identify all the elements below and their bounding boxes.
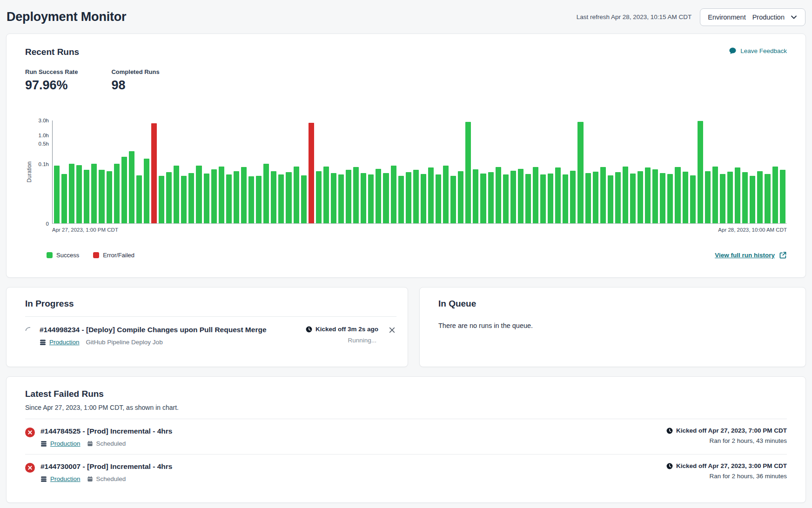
run-bar[interactable]: [204, 174, 209, 223]
run-bar[interactable]: [533, 167, 538, 223]
run-bar[interactable]: [563, 174, 568, 223]
run-bar[interactable]: [406, 172, 411, 223]
run-bar[interactable]: [757, 171, 763, 223]
run-bar[interactable]: [398, 176, 404, 223]
run-bar[interactable]: [346, 170, 351, 223]
run-bar[interactable]: [555, 167, 561, 223]
run-bar[interactable]: [338, 174, 344, 223]
run-bar[interactable]: [652, 169, 658, 223]
run-bar[interactable]: [391, 166, 396, 223]
run-bar[interactable]: [174, 166, 179, 223]
environment-link[interactable]: Production: [50, 440, 81, 447]
run-bar[interactable]: [615, 172, 621, 223]
run-bar[interactable]: [630, 174, 636, 223]
run-bar[interactable]: [323, 167, 329, 223]
run-bar[interactable]: [263, 164, 269, 223]
run-bar[interactable]: [465, 122, 471, 223]
run-bar[interactable]: [316, 171, 322, 223]
run-bar[interactable]: [159, 176, 164, 223]
run-bar[interactable]: [428, 167, 434, 223]
run-bar[interactable]: [84, 170, 89, 223]
run-bar[interactable]: [698, 121, 703, 223]
run-bar[interactable]: [780, 170, 785, 223]
run-bar[interactable]: [436, 174, 441, 223]
run-bar[interactable]: [91, 164, 97, 223]
run-bar[interactable]: [503, 174, 509, 223]
run-bar[interactable]: [712, 167, 718, 223]
run-bar[interactable]: [234, 171, 239, 223]
run-bar[interactable]: [211, 169, 217, 223]
run-bar[interactable]: [136, 175, 142, 223]
run-bar[interactable]: [294, 167, 299, 223]
run-bar[interactable]: [301, 175, 307, 223]
run-bar[interactable]: [151, 123, 157, 223]
run-bar[interactable]: [727, 172, 733, 223]
run-bar[interactable]: [540, 174, 546, 223]
run-bar[interactable]: [413, 170, 419, 223]
run-bar[interactable]: [623, 167, 628, 223]
run-bar[interactable]: [510, 171, 516, 223]
run-bar[interactable]: [593, 172, 598, 223]
run-bar[interactable]: [121, 157, 127, 223]
run-bar[interactable]: [577, 122, 583, 223]
run-bar[interactable]: [107, 171, 112, 223]
run-bar[interactable]: [765, 174, 770, 223]
run-bar[interactable]: [256, 176, 262, 223]
view-full-run-history-link[interactable]: View full run history: [715, 251, 787, 259]
run-bar[interactable]: [600, 167, 606, 223]
run-bar[interactable]: [361, 173, 366, 223]
run-bar[interactable]: [286, 172, 291, 223]
run-bar[interactable]: [196, 166, 201, 223]
run-bar[interactable]: [331, 173, 336, 223]
run-bar[interactable]: [488, 172, 494, 223]
run-bar[interactable]: [667, 174, 673, 223]
run-bar[interactable]: [458, 171, 463, 223]
run-bar[interactable]: [129, 151, 134, 223]
run-bar[interactable]: [248, 176, 254, 223]
run-bar[interactable]: [219, 167, 224, 223]
run-bar[interactable]: [496, 167, 501, 223]
run-bar[interactable]: [548, 174, 553, 223]
run-bar[interactable]: [772, 167, 778, 223]
run-bar[interactable]: [76, 165, 82, 223]
run-bar[interactable]: [473, 169, 478, 223]
environment-link[interactable]: Production: [49, 339, 80, 346]
run-bar[interactable]: [720, 174, 725, 223]
run-bar[interactable]: [608, 175, 613, 223]
run-bar[interactable]: [735, 167, 740, 223]
run-bar[interactable]: [226, 174, 232, 223]
run-bar[interactable]: [660, 173, 665, 223]
run-bar[interactable]: [705, 171, 711, 223]
run-bar[interactable]: [271, 171, 276, 223]
run-bar[interactable]: [309, 123, 314, 224]
run-bar[interactable]: [421, 174, 426, 223]
run-bar[interactable]: [675, 167, 680, 223]
run-bar[interactable]: [638, 171, 643, 223]
run-bar[interactable]: [54, 166, 60, 223]
run-bar[interactable]: [368, 174, 374, 223]
environment-link[interactable]: Production: [50, 475, 81, 482]
run-bar[interactable]: [278, 174, 284, 223]
run-bar[interactable]: [144, 159, 149, 223]
run-bar[interactable]: [750, 176, 755, 223]
run-bar[interactable]: [480, 174, 486, 223]
run-bar[interactable]: [570, 171, 576, 223]
leave-feedback-link[interactable]: Leave Feedback: [729, 47, 787, 55]
run-bar[interactable]: [241, 167, 247, 223]
run-bar[interactable]: [99, 170, 104, 223]
run-bar[interactable]: [585, 173, 591, 223]
run-bar[interactable]: [188, 173, 194, 223]
run-bar[interactable]: [742, 172, 748, 223]
run-bar[interactable]: [518, 169, 523, 223]
run-bar[interactable]: [166, 172, 172, 223]
run-bar[interactable]: [645, 167, 651, 223]
run-bar[interactable]: [114, 164, 120, 223]
run-bar[interactable]: [525, 174, 531, 223]
run-bar[interactable]: [181, 176, 187, 223]
run-bar[interactable]: [69, 164, 74, 223]
run-bar[interactable]: [443, 166, 449, 223]
run-bar[interactable]: [690, 175, 696, 223]
run-bar[interactable]: [683, 172, 688, 223]
run-bar[interactable]: [383, 173, 389, 223]
run-bar[interactable]: [61, 174, 67, 223]
